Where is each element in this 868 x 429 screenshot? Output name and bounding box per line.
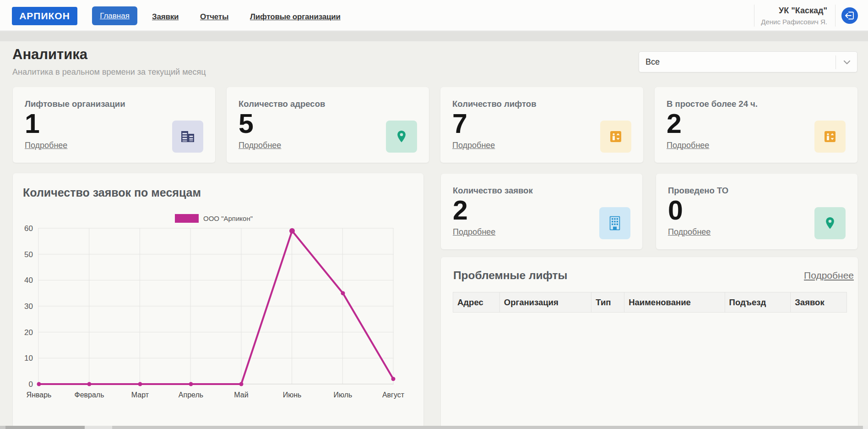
svg-text:60: 60 xyxy=(24,224,33,233)
svg-text:Апрель: Апрель xyxy=(179,391,203,399)
svg-text:0: 0 xyxy=(29,380,33,389)
svg-text:ООО "Арпикон": ООО "Арпикон" xyxy=(203,214,253,222)
svg-text:40: 40 xyxy=(24,276,33,285)
svg-text:Март: Март xyxy=(131,391,149,399)
svg-text:30: 30 xyxy=(24,302,33,311)
svg-text:20: 20 xyxy=(24,328,33,337)
svg-text:Август: Август xyxy=(382,391,405,399)
svg-text:Февраль: Февраль xyxy=(74,391,104,399)
svg-text:Июль: Июль xyxy=(334,391,353,399)
svg-text:50: 50 xyxy=(24,250,33,259)
svg-text:10: 10 xyxy=(24,354,33,363)
svg-text:Январь: Январь xyxy=(27,391,52,399)
svg-text:Июнь: Июнь xyxy=(283,391,302,399)
svg-text:Май: Май xyxy=(234,391,248,399)
